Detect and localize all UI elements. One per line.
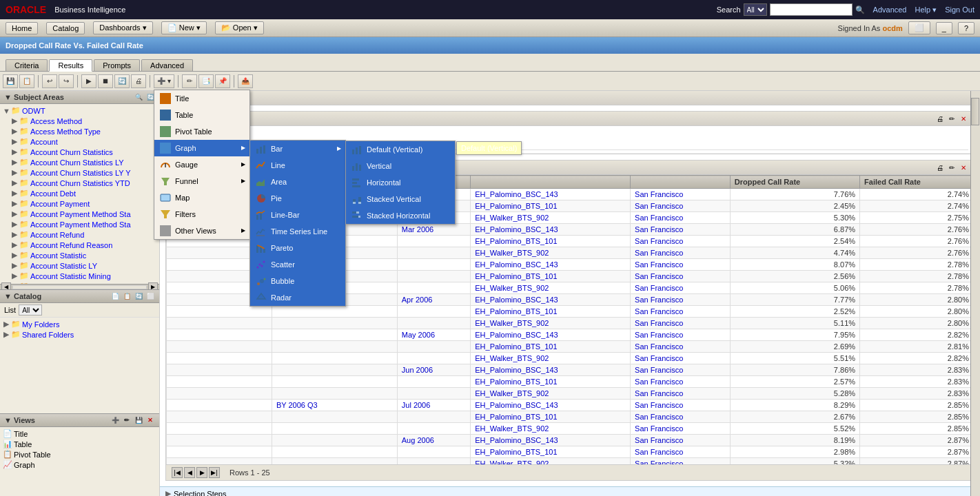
col-city[interactable] <box>631 176 731 189</box>
cell-r13-c4[interactable]: San Francisco <box>631 341 731 353</box>
cell-r23-c4[interactable]: San Francisco <box>631 458 731 465</box>
print-button[interactable]: 🖨 <box>131 74 146 88</box>
open-button[interactable]: 📂 Open ▾ <box>215 21 264 34</box>
bar-stacked-vertical[interactable]: Stacked Vertical <box>346 191 455 207</box>
tree-item-account-statistic[interactable]: ▶ 📁 Account Statistic <box>10 250 158 260</box>
views-save-icon[interactable]: 💾 <box>134 415 143 425</box>
redo-button[interactable]: ↪ <box>59 74 74 88</box>
cell-r6-c3[interactable]: EH_Palomino_BSC_143 <box>471 259 631 271</box>
tab-prompts[interactable]: Prompts <box>94 59 140 71</box>
cell-r7-c4[interactable]: San Francisco <box>631 271 731 282</box>
tree-item-account-refund[interactable]: ▶ 📁 Account Refund <box>10 229 158 240</box>
catalog-expand-icon[interactable]: ⬜ <box>145 291 155 301</box>
cell-r22-c3[interactable]: EH_Palomino_BTS_101 <box>471 446 631 458</box>
submenu-pareto[interactable]: Pareto <box>250 240 345 256</box>
tree-item-account-statistic-ly[interactable]: ▶ 📁 Account Statistic LY <box>10 260 158 271</box>
cell-r16-c3[interactable]: EH_Palomino_BTS_101 <box>471 376 631 388</box>
cell-r19-c3[interactable]: EH_Palomino_BTS_101 <box>471 411 631 423</box>
bar-horizontal[interactable]: Horizontal <box>346 174 455 191</box>
run-button[interactable]: ▶ <box>81 74 96 88</box>
cell-r22-c4[interactable]: San Francisco <box>631 446 731 458</box>
cell-r18-c4[interactable]: San Francisco <box>631 400 731 411</box>
tree-item-account-churn-stats[interactable]: ▶ 📁 Account Churn Statistics <box>10 147 158 157</box>
submenu-line-bar[interactable]: Line-Bar <box>250 207 345 223</box>
cell-r13-c3[interactable]: EH_Palomino_BTS_101 <box>471 341 631 353</box>
tab-criteria[interactable]: Criteria <box>6 59 48 71</box>
undo-button[interactable]: ↩ <box>42 74 57 88</box>
save-as-button[interactable]: 📋 <box>19 74 34 88</box>
col-failed-call-rate[interactable]: Failed Call Rate <box>860 176 974 189</box>
views-add-icon[interactable]: ➕ <box>110 415 120 425</box>
tree-item-account-churn-stats-ly-y[interactable]: ▶ 📁 Account Churn Statistics LY Y <box>10 167 158 178</box>
title-print-icon[interactable]: 🖨 <box>935 114 945 123</box>
view-item-table[interactable]: 📊 Table <box>1 439 158 449</box>
tree-item-account-statistic-mining[interactable]: ▶ 📁 Account Statistic Mining <box>10 271 158 281</box>
menu-table[interactable]: Table <box>154 107 249 123</box>
col-dropped-call-rate[interactable]: Dropped Call Rate <box>730 176 859 189</box>
home-button[interactable]: Home <box>6 22 38 34</box>
scrollbar-thumb[interactable] <box>971 98 979 125</box>
cell-r8-c3[interactable]: EH_Walker_BTS_902 <box>471 282 631 294</box>
submenu-radar[interactable]: Radar <box>250 289 345 306</box>
submenu-pie[interactable]: Pie <box>250 190 345 207</box>
cell-r1-c3[interactable]: EH_Palomino_BTS_101 <box>471 200 631 212</box>
help-button[interactable]: ? <box>958 22 974 34</box>
tree-item-account-churn-stats-ytd[interactable]: ▶ 📁 Account Churn Statistics YTD <box>10 178 158 188</box>
maximize-button[interactable]: ⬜ <box>908 21 930 34</box>
cell-r8-c4[interactable]: San Francisco <box>631 282 731 294</box>
tree-item-account-payment-method-1[interactable]: ▶ 📁 Account Payment Method Sta <box>10 209 158 219</box>
views-edit-icon[interactable]: ✏ <box>122 415 132 425</box>
cell-r0-c3[interactable]: EH_Palomino_BSC_143 <box>471 189 631 200</box>
tree-item-account-payment[interactable]: ▶ 📁 Account Payment <box>10 198 158 209</box>
cell-r1-c4[interactable]: San Francisco <box>631 200 731 212</box>
cell-r10-c4[interactable]: San Francisco <box>631 306 731 318</box>
bar-stacked-horizontal[interactable]: Stacked Horizontal <box>346 207 455 224</box>
save-button[interactable]: 💾 <box>3 74 18 88</box>
cell-r17-c3[interactable]: EH_Walker_BTS_902 <box>471 388 631 400</box>
col-account[interactable] <box>471 176 631 189</box>
cell-r9-c3[interactable]: EH_Palomino_BSC_143 <box>471 294 631 306</box>
signout-link[interactable]: Sign Out <box>945 6 974 14</box>
tree-item-my-folders[interactable]: ▶ 📁 My Folders <box>1 319 158 329</box>
tree-item-account[interactable]: ▶ 📁 Account <box>10 136 158 147</box>
cell-r11-c4[interactable]: San Francisco <box>631 318 731 329</box>
tab-results[interactable]: Results <box>49 59 92 72</box>
tree-item-shared-folders[interactable]: ▶ 📁 Shared Folders <box>1 329 158 340</box>
menu-title[interactable]: Title <box>154 90 249 107</box>
catalog-refresh-icon[interactable]: 🔄 <box>134 291 143 301</box>
cell-r14-c3[interactable]: EH_Walker_BTS_902 <box>471 353 631 364</box>
cell-r4-c3[interactable]: EH_Palomino_BTS_101 <box>471 236 631 247</box>
cell-r21-c3[interactable]: EH_Palomino_BSC_143 <box>471 435 631 446</box>
edit-button[interactable]: ✏ <box>182 74 197 88</box>
submenu-line[interactable]: Line <box>250 157 345 174</box>
scroll-next-btn[interactable]: ▶ <box>196 467 207 478</box>
minimize-button[interactable]: _ <box>936 22 952 34</box>
cell-r5-c4[interactable]: San Francisco <box>631 247 731 259</box>
menu-gauge[interactable]: Gauge <box>154 156 249 173</box>
scroll-prev-btn[interactable]: ◀ <box>184 467 195 478</box>
view-item-title[interactable]: 📄 Title <box>1 428 158 439</box>
menu-funnel[interactable]: Funnel <box>154 173 249 189</box>
title-remove-icon[interactable]: ✕ <box>959 114 968 123</box>
subject-areas-search-icon[interactable]: 🔍 <box>134 92 143 102</box>
submenu-area[interactable]: Area <box>250 174 345 190</box>
view-item-pivot-table[interactable]: 📋 Pivot Table <box>1 449 158 459</box>
catalog-list-dropdown[interactable]: All <box>19 304 42 316</box>
tree-item-access-method[interactable]: ▶ 📁 Access Method <box>10 116 158 126</box>
bar-default-vertical[interactable]: Default (Vertical) <box>346 141 455 158</box>
cell-r2-c4[interactable]: San Francisco <box>631 212 731 224</box>
copy-button[interactable]: 📑 <box>198 74 214 88</box>
cell-r20-c4[interactable]: San Francisco <box>631 423 731 435</box>
tree-root-odwt[interactable]: ▼ 📁 ODWT <box>1 105 158 116</box>
paste-button[interactable]: 📌 <box>215 74 230 88</box>
cell-r14-c4[interactable]: San Francisco <box>631 353 731 364</box>
tree-item-account-debt[interactable]: ▶ 📁 Account Debt <box>10 188 158 198</box>
tab-advanced[interactable]: Advanced <box>141 59 193 71</box>
submenu-time-series[interactable]: Time Series Line <box>250 223 345 240</box>
menu-pivot-table[interactable]: Pivot Table <box>154 123 249 140</box>
bar-vertical[interactable]: Vertical <box>346 158 455 174</box>
catalog-organize-icon[interactable]: 📋 <box>122 291 132 301</box>
main-scrollbar[interactable] <box>970 91 980 496</box>
search-icon[interactable]: 🔍 <box>855 6 865 14</box>
export-button[interactable]: 📤 <box>238 74 253 88</box>
